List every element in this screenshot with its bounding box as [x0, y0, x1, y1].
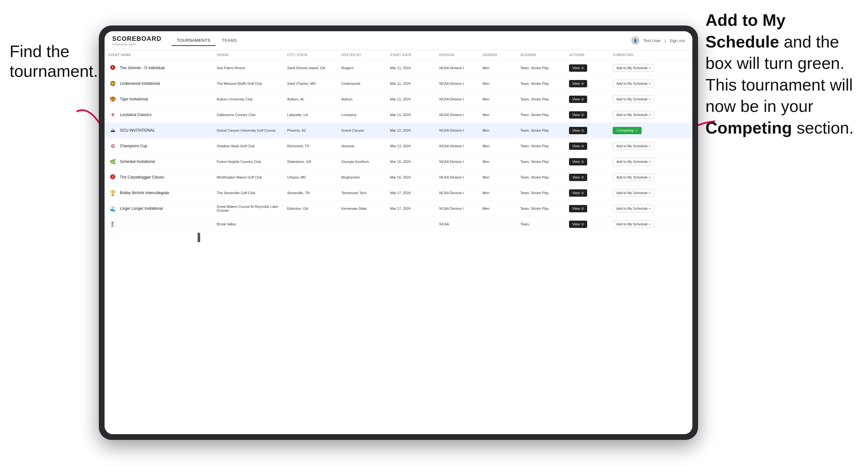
cell-scoring-1: Team, Stroke Play	[517, 76, 565, 92]
cell-scoring-2: Team, Stroke Play	[517, 92, 565, 107]
cell-date-9: Mar 17, 2024	[386, 201, 435, 216]
team-logo-8: 🏆	[108, 188, 117, 197]
competing-button-4[interactable]: Competing ✓	[613, 127, 641, 134]
table-row: 🌿 Schenkel Invitational Forest Heights C…	[104, 154, 692, 169]
view-button-5[interactable]: View ⊙	[569, 143, 587, 150]
cell-competing-8: Add to My Schedule +	[609, 185, 692, 201]
user-name: Test User	[643, 38, 661, 43]
tab-teams[interactable]: TEAMS	[217, 35, 242, 46]
cell-scoring-7: Team, Stroke Play	[517, 169, 565, 185]
cell-competing-4: Competing ✓	[609, 123, 692, 138]
app-header: SCOREBOARD Powered by clippd TOURNAMENTS…	[104, 31, 692, 50]
add-schedule-button-9[interactable]: Add to My Schedule +	[613, 205, 654, 212]
col-header-scoring: SCORING	[517, 50, 565, 60]
eye-icon-9: ⊙	[581, 207, 584, 211]
cell-venue-0: Sea Palms Resort	[213, 60, 283, 76]
sign-out-link[interactable]: Sign out	[670, 38, 685, 43]
table-row: 🌊 Linger Longer Invitational Great Water…	[104, 201, 692, 216]
cell-city-10	[283, 216, 338, 232]
cell-venue-2: Auburn University Club	[213, 92, 283, 107]
cell-event-0: 🅡 The Johnnie - O Individual	[104, 60, 213, 76]
view-button-6[interactable]: View ⊙	[569, 158, 587, 165]
event-name-9: Linger Longer Invitational	[120, 206, 163, 211]
tab-tournaments[interactable]: TOURNAMENTS	[172, 35, 216, 46]
add-schedule-button-0[interactable]: Add to My Schedule +	[613, 64, 654, 72]
cell-hosted-7: Binghamton	[338, 169, 386, 185]
team-logo-1: 🦁	[108, 79, 117, 88]
cell-competing-1: Add to My Schedule +	[609, 76, 692, 92]
team-logo-4: ⛰	[108, 126, 117, 135]
cell-competing-3: Add to My Schedule +	[609, 107, 692, 123]
table-row: ⚜ Louisiana Classics Oakbourne Country C…	[104, 107, 692, 123]
cell-hosted-3: Louisiana	[338, 107, 386, 123]
view-button-0[interactable]: View ⊙	[569, 64, 587, 72]
view-label-6: View	[572, 160, 580, 163]
event-name-6: Schenkel Invitational	[120, 159, 155, 164]
col-header-actions: ACTIONS	[565, 50, 609, 60]
table-row: 🅑 The Carpetbagger Classic Worthington M…	[104, 169, 692, 185]
team-logo-6: 🌿	[108, 157, 117, 166]
cell-division-9: NCAA Division I	[435, 201, 479, 216]
team-logo-0: 🅡	[108, 63, 117, 72]
cell-hosted-2: Auburn	[338, 92, 386, 107]
view-button-8[interactable]: View ⊙	[569, 189, 587, 197]
add-schedule-button-8[interactable]: Add to My Schedule +	[613, 189, 654, 197]
cell-date-7: Mar 16, 2024	[386, 169, 435, 185]
cell-venue-9: Great Waters Course At Reynolds Lake Oco…	[213, 201, 283, 216]
col-header-date: START DATE	[386, 50, 435, 60]
separator: |	[664, 38, 665, 43]
eye-icon-5: ⊙	[581, 144, 584, 148]
side-nav-indicator	[198, 233, 200, 242]
add-schedule-button-2[interactable]: Add to My Schedule +	[613, 95, 654, 103]
view-button-7[interactable]: View ⊙	[569, 174, 587, 181]
cell-competing-2: Add to My Schedule +	[609, 92, 692, 107]
eye-icon-0: ⊙	[581, 66, 584, 70]
team-logo-3: ⚜	[108, 110, 117, 119]
view-button-4[interactable]: View ⊙	[569, 127, 587, 134]
add-schedule-button-1[interactable]: Add to My Schedule +	[613, 80, 654, 87]
event-name-7: The Carpetbagger Classic	[120, 175, 164, 180]
cell-date-6: Mar 15, 2024	[386, 154, 435, 169]
cell-hosted-1: Lindenwood	[338, 76, 386, 92]
cell-division-8: NCAA Division I	[435, 185, 479, 201]
cell-hosted-9: Kennesaw State	[338, 201, 386, 216]
cell-city-7: Urbana, MD	[283, 169, 338, 185]
cell-gender-4: Men	[479, 123, 517, 138]
event-name-8: Bobby Nichols Intercollegiate	[120, 191, 169, 195]
cell-actions-7: View ⊙	[565, 169, 609, 185]
add-schedule-button-6[interactable]: Add to My Schedule +	[613, 158, 654, 165]
add-schedule-button-5[interactable]: Add to My Schedule +	[613, 142, 654, 150]
cell-gender-9: Men	[479, 201, 517, 216]
cell-division-3: NCAA Division I	[435, 107, 479, 123]
cell-division-4: NCAA Division I	[435, 123, 479, 138]
app-logo-sub: Powered by clippd	[112, 43, 161, 46]
cell-competing-9: Add to My Schedule +	[609, 201, 692, 216]
cell-hosted-10	[338, 216, 386, 232]
view-button-10[interactable]: View ⊙	[569, 221, 587, 228]
cell-actions-2: View ⊙	[565, 92, 609, 107]
view-button-1[interactable]: View ⊙	[569, 80, 587, 87]
eye-icon-8: ⊙	[581, 191, 584, 195]
cell-gender-1: Men	[479, 76, 517, 92]
cell-competing-7: Add to My Schedule +	[609, 169, 692, 185]
table-header-row: EVENT NAME VENUE CITY, STATE HOSTED BY S…	[104, 50, 692, 60]
cell-date-5: Mar 13, 2024	[386, 138, 435, 154]
cell-city-3: Lafayette, LA	[283, 107, 338, 123]
add-schedule-button-7[interactable]: Add to My Schedule +	[613, 174, 654, 181]
cell-scoring-4: Team, Stroke Play	[517, 123, 565, 138]
cell-venue-3: Oakbourne Country Club	[213, 107, 283, 123]
view-label-5: View	[572, 144, 580, 148]
cell-date-10	[386, 216, 435, 232]
cell-gender-8: Men	[479, 185, 517, 201]
eye-icon-4: ⊙	[581, 128, 584, 133]
cell-city-0: Saint Simons Island, GA	[283, 60, 338, 76]
add-schedule-button-3[interactable]: Add to My Schedule +	[613, 111, 654, 119]
cell-gender-6: Men	[479, 154, 517, 169]
table-row: 🦁 Lindenwood Invitational The Missouri B…	[104, 76, 692, 92]
eye-icon-1: ⊙	[581, 82, 584, 86]
view-button-2[interactable]: View ⊙	[569, 96, 587, 103]
add-schedule-button-10[interactable]: Add to My Schedule +	[613, 220, 654, 228]
view-label-4: View	[572, 128, 580, 132]
view-button-9[interactable]: View ⊙	[569, 205, 587, 212]
view-button-3[interactable]: View ⊙	[569, 111, 587, 119]
